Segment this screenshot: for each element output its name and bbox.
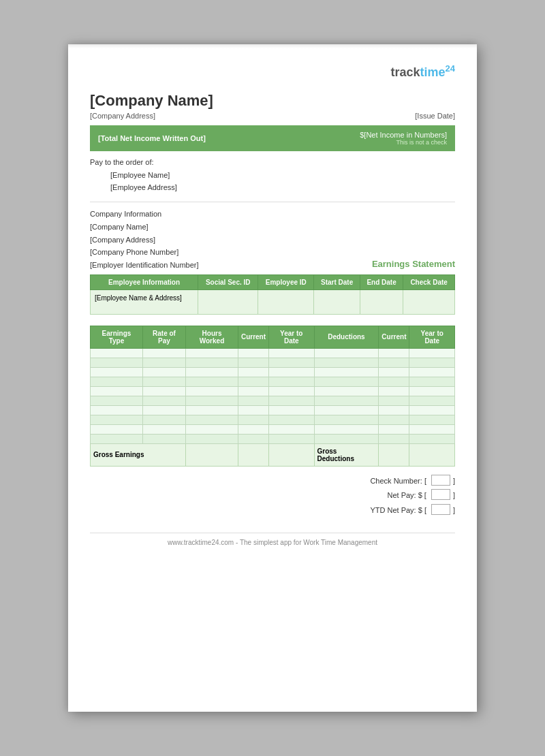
earn-cell	[91, 377, 143, 386]
earn-cell	[186, 377, 238, 386]
ytd-net-pay-value	[431, 504, 450, 515]
issue-date: [Issue Date]	[415, 112, 455, 120]
earn-col-ded-ytd: Year to Date	[409, 326, 455, 348]
earn-cell	[91, 348, 143, 358]
table-row	[91, 377, 455, 386]
earn-cell	[409, 396, 455, 405]
earn-cell	[379, 377, 409, 386]
earn-cell	[142, 386, 185, 396]
company-info-ein: [Employer Identification Number]	[90, 259, 199, 272]
earn-cell	[314, 348, 379, 358]
earn-cell	[142, 348, 185, 358]
earn-cell	[238, 405, 268, 415]
earnings-statement-label: Earnings Statement	[372, 257, 455, 272]
company-info-row: [Company Name] [Company Address] [Compan…	[90, 221, 455, 272]
earn-cell	[142, 424, 185, 434]
earn-cell	[269, 396, 314, 405]
emp-col-startdate: Start Date	[314, 274, 360, 289]
employee-table: Employee Information Social Sec. ID Empl…	[90, 274, 455, 315]
earn-cell	[91, 358, 143, 367]
earn-col-ytd: Year to Date	[269, 326, 314, 348]
gross-deductions-current	[379, 443, 409, 466]
earn-col-current: Current	[238, 326, 268, 348]
logo: tracktime24	[390, 65, 455, 79]
gross-earnings-label: Gross Earnings	[91, 443, 186, 466]
emp-col-checkdate: Check Date	[403, 274, 455, 289]
emp-cell-ssn	[198, 289, 258, 314]
earn-cell	[409, 405, 455, 415]
earn-cell	[91, 367, 143, 377]
earn-cell	[269, 434, 314, 443]
earn-cell	[409, 424, 455, 434]
table-row	[91, 405, 455, 415]
earn-cell	[186, 386, 238, 396]
earn-cell	[142, 367, 185, 377]
earn-cell	[238, 424, 268, 434]
emp-cell-name: [Employee Name & Address]	[91, 289, 198, 314]
earn-col-type: Earnings Type	[91, 326, 143, 348]
earn-cell	[409, 367, 455, 377]
earn-cell	[142, 434, 185, 443]
net-pay-close: ]	[453, 489, 455, 503]
check-number-value	[431, 475, 450, 486]
table-row	[91, 367, 455, 377]
earn-cell	[91, 386, 143, 396]
emp-col-ssn: Social Sec. ID	[198, 274, 258, 289]
table-row	[91, 415, 455, 424]
earn-cell	[314, 377, 379, 386]
earn-cell	[238, 415, 268, 424]
earn-cell	[379, 424, 409, 434]
employee-address: [Employee Address]	[110, 182, 455, 194]
earn-cell	[91, 424, 143, 434]
net-income-written: [Total Net Income Written Out]	[98, 134, 206, 142]
earn-cell	[238, 358, 268, 367]
gross-earnings-hours	[186, 443, 238, 466]
net-income-number: $[Net Income in Numbers]	[360, 131, 447, 139]
company-info-name: [Company Name]	[90, 221, 199, 234]
pay-to-order-label: Pay to the order of:	[90, 158, 455, 166]
check-number-label: Check Number: [	[370, 475, 426, 488]
gross-deductions-ytd	[409, 443, 455, 466]
earn-cell	[409, 415, 455, 424]
earn-cell	[314, 405, 379, 415]
header-row: [Company Address] [Issue Date]	[90, 112, 455, 120]
emp-col-info: Employee Information	[91, 274, 198, 289]
earn-cell	[186, 415, 238, 424]
earn-table-header-row: Earnings Type Rate of Pay Hours Worked C…	[91, 326, 455, 348]
earn-col-rate: Rate of Pay	[142, 326, 185, 348]
table-row	[91, 348, 455, 358]
earn-cell	[314, 415, 379, 424]
earn-cell	[186, 424, 238, 434]
net-income-right: $[Net Income in Numbers] This is not a c…	[360, 131, 447, 146]
company-info-label: Company Information	[90, 208, 455, 221]
earn-cell	[379, 405, 409, 415]
table-row	[91, 424, 455, 434]
earn-cell	[269, 367, 314, 377]
table-row	[91, 358, 455, 367]
page-wrapper: tracktime24 [Company Name] [Company Addr…	[0, 0, 545, 756]
earn-col-ded-current: Current	[379, 326, 409, 348]
logo-24: 24	[446, 63, 455, 74]
earn-cell	[142, 405, 185, 415]
company-info-address: [Company Address]	[90, 234, 199, 247]
table-row	[91, 434, 455, 443]
earn-cell	[379, 358, 409, 367]
table-row	[91, 396, 455, 405]
earn-cell	[269, 386, 314, 396]
emp-cell-startdate	[314, 289, 360, 314]
earn-col-hours: Hours Worked	[186, 326, 238, 348]
earn-cell	[238, 434, 268, 443]
check-number-close: ]	[453, 475, 455, 488]
table-row: [Employee Name & Address]	[91, 289, 455, 314]
earn-table-footer-row: Gross Earnings Gross Deductions	[91, 443, 455, 466]
earn-cell	[379, 367, 409, 377]
earn-cell	[142, 396, 185, 405]
employee-name: [Employee Name]	[110, 170, 455, 182]
earn-col-deductions: Deductions	[314, 326, 379, 348]
earn-cell	[238, 396, 268, 405]
earn-cell	[186, 348, 238, 358]
totals-section: Check Number: [ ] Net Pay: $ [ ] YTD Net…	[90, 475, 455, 518]
earn-cell	[314, 358, 379, 367]
earn-cell	[379, 415, 409, 424]
employee-info-block: [Employee Name] [Employee Address]	[110, 170, 455, 193]
